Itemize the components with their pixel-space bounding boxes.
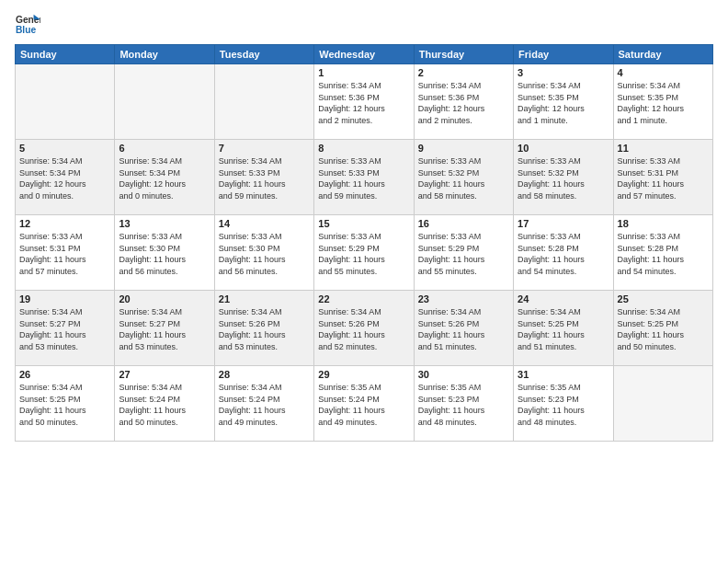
calendar-cell: 23Sunrise: 5:34 AM Sunset: 5:26 PM Dayli…: [414, 291, 513, 366]
week-row-4: 19Sunrise: 5:34 AM Sunset: 5:27 PM Dayli…: [16, 291, 713, 366]
week-row-2: 5Sunrise: 5:34 AM Sunset: 5:34 PM Daylig…: [16, 140, 713, 215]
day-number: 9: [418, 143, 509, 154]
day-number: 16: [418, 218, 509, 229]
day-info: Sunrise: 5:33 AM Sunset: 5:32 PM Dayligh…: [518, 155, 609, 201]
weekday-tuesday: Tuesday: [214, 45, 313, 64]
day-info: Sunrise: 5:35 AM Sunset: 5:23 PM Dayligh…: [418, 382, 509, 428]
calendar-cell: 28Sunrise: 5:34 AM Sunset: 5:24 PM Dayli…: [214, 366, 313, 442]
day-number: 4: [618, 67, 709, 78]
calendar-cell: 8Sunrise: 5:33 AM Sunset: 5:33 PM Daylig…: [314, 140, 414, 215]
day-number: 1: [318, 67, 409, 78]
day-info: Sunrise: 5:33 AM Sunset: 5:31 PM Dayligh…: [618, 155, 709, 201]
weekday-header-row: SundayMondayTuesdayWednesdayThursdayFrid…: [16, 45, 713, 64]
day-number: 30: [418, 369, 509, 380]
weekday-sunday: Sunday: [16, 45, 115, 64]
day-info: Sunrise: 5:34 AM Sunset: 5:34 PM Dayligh…: [19, 155, 110, 201]
day-number: 20: [119, 293, 210, 304]
day-number: 14: [219, 218, 310, 229]
day-info: Sunrise: 5:34 AM Sunset: 5:36 PM Dayligh…: [318, 80, 409, 126]
calendar-page: General Blue SundayMondayTuesdayWednesda…: [0, 0, 728, 563]
week-row-1: 1Sunrise: 5:34 AM Sunset: 5:36 PM Daylig…: [16, 64, 713, 140]
day-number: 29: [318, 369, 409, 380]
weekday-friday: Friday: [514, 45, 613, 64]
day-info: Sunrise: 5:34 AM Sunset: 5:26 PM Dayligh…: [418, 306, 509, 352]
calendar-cell: 12Sunrise: 5:33 AM Sunset: 5:31 PM Dayli…: [16, 215, 115, 291]
day-number: 22: [318, 293, 409, 304]
weekday-monday: Monday: [115, 45, 214, 64]
day-info: Sunrise: 5:34 AM Sunset: 5:27 PM Dayligh…: [19, 306, 110, 352]
day-number: 11: [618, 143, 709, 154]
calendar-cell: 31Sunrise: 5:35 AM Sunset: 5:23 PM Dayli…: [514, 366, 613, 442]
day-info: Sunrise: 5:34 AM Sunset: 5:25 PM Dayligh…: [518, 306, 609, 352]
calendar-cell: [115, 64, 214, 140]
calendar-cell: [16, 64, 115, 140]
day-info: Sunrise: 5:33 AM Sunset: 5:30 PM Dayligh…: [119, 231, 210, 277]
calendar-cell: 24Sunrise: 5:34 AM Sunset: 5:25 PM Dayli…: [514, 291, 613, 366]
calendar-cell: 2Sunrise: 5:34 AM Sunset: 5:36 PM Daylig…: [414, 64, 513, 140]
calendar-cell: 10Sunrise: 5:33 AM Sunset: 5:32 PM Dayli…: [514, 140, 613, 215]
day-info: Sunrise: 5:35 AM Sunset: 5:23 PM Dayligh…: [518, 382, 609, 428]
calendar-cell: 9Sunrise: 5:33 AM Sunset: 5:32 PM Daylig…: [414, 140, 513, 215]
calendar-cell: 13Sunrise: 5:33 AM Sunset: 5:30 PM Dayli…: [115, 215, 214, 291]
day-info: Sunrise: 5:34 AM Sunset: 5:25 PM Dayligh…: [618, 306, 709, 352]
calendar-cell: 14Sunrise: 5:33 AM Sunset: 5:30 PM Dayli…: [214, 215, 313, 291]
calendar-cell: 17Sunrise: 5:33 AM Sunset: 5:28 PM Dayli…: [514, 215, 613, 291]
header: General Blue: [15, 11, 713, 37]
calendar-cell: 26Sunrise: 5:34 AM Sunset: 5:25 PM Dayli…: [16, 366, 115, 442]
calendar-cell: 20Sunrise: 5:34 AM Sunset: 5:27 PM Dayli…: [115, 291, 214, 366]
day-number: 31: [518, 369, 609, 380]
day-info: Sunrise: 5:33 AM Sunset: 5:32 PM Dayligh…: [418, 155, 509, 201]
calendar-table: SundayMondayTuesdayWednesdayThursdayFrid…: [15, 44, 713, 442]
day-number: 21: [219, 293, 310, 304]
day-info: Sunrise: 5:33 AM Sunset: 5:30 PM Dayligh…: [219, 231, 310, 277]
day-info: Sunrise: 5:34 AM Sunset: 5:25 PM Dayligh…: [19, 382, 110, 428]
day-number: 13: [119, 218, 210, 229]
day-info: Sunrise: 5:34 AM Sunset: 5:26 PM Dayligh…: [318, 306, 409, 352]
weekday-thursday: Thursday: [414, 45, 513, 64]
calendar-cell: 29Sunrise: 5:35 AM Sunset: 5:24 PM Dayli…: [314, 366, 414, 442]
calendar-cell: 6Sunrise: 5:34 AM Sunset: 5:34 PM Daylig…: [115, 140, 214, 215]
calendar-cell: 3Sunrise: 5:34 AM Sunset: 5:35 PM Daylig…: [514, 64, 613, 140]
weekday-saturday: Saturday: [613, 45, 712, 64]
calendar-cell: [613, 366, 712, 442]
day-number: 12: [19, 218, 110, 229]
calendar-cell: 16Sunrise: 5:33 AM Sunset: 5:29 PM Dayli…: [414, 215, 513, 291]
day-number: 15: [318, 218, 409, 229]
day-number: 24: [518, 293, 609, 304]
day-info: Sunrise: 5:34 AM Sunset: 5:35 PM Dayligh…: [518, 80, 609, 126]
day-info: Sunrise: 5:33 AM Sunset: 5:29 PM Dayligh…: [418, 231, 509, 277]
day-number: 6: [119, 143, 210, 154]
day-number: 25: [618, 293, 709, 304]
calendar-cell: 15Sunrise: 5:33 AM Sunset: 5:29 PM Dayli…: [314, 215, 414, 291]
day-number: 17: [518, 218, 609, 229]
day-number: 2: [418, 67, 509, 78]
calendar-cell: 19Sunrise: 5:34 AM Sunset: 5:27 PM Dayli…: [16, 291, 115, 366]
day-info: Sunrise: 5:33 AM Sunset: 5:28 PM Dayligh…: [618, 231, 709, 277]
day-info: Sunrise: 5:35 AM Sunset: 5:24 PM Dayligh…: [318, 382, 409, 428]
calendar-cell: 21Sunrise: 5:34 AM Sunset: 5:26 PM Dayli…: [214, 291, 313, 366]
calendar-cell: 27Sunrise: 5:34 AM Sunset: 5:24 PM Dayli…: [115, 366, 214, 442]
day-info: Sunrise: 5:33 AM Sunset: 5:31 PM Dayligh…: [19, 231, 110, 277]
day-number: 26: [19, 369, 110, 380]
svg-text:General: General: [16, 15, 40, 25]
calendar-cell: 11Sunrise: 5:33 AM Sunset: 5:31 PM Dayli…: [613, 140, 712, 215]
calendar-cell: 30Sunrise: 5:35 AM Sunset: 5:23 PM Dayli…: [414, 366, 513, 442]
calendar-cell: 7Sunrise: 5:34 AM Sunset: 5:33 PM Daylig…: [214, 140, 313, 215]
day-number: 19: [19, 293, 110, 304]
calendar-cell: 5Sunrise: 5:34 AM Sunset: 5:34 PM Daylig…: [16, 140, 115, 215]
logo-icon: General Blue: [15, 11, 40, 37]
day-info: Sunrise: 5:34 AM Sunset: 5:24 PM Dayligh…: [219, 382, 310, 428]
day-info: Sunrise: 5:34 AM Sunset: 5:34 PM Dayligh…: [119, 155, 210, 201]
calendar-cell: 18Sunrise: 5:33 AM Sunset: 5:28 PM Dayli…: [613, 215, 712, 291]
calendar-cell: 25Sunrise: 5:34 AM Sunset: 5:25 PM Dayli…: [613, 291, 712, 366]
day-number: 7: [219, 143, 310, 154]
day-info: Sunrise: 5:34 AM Sunset: 5:36 PM Dayligh…: [418, 80, 509, 126]
calendar-cell: 4Sunrise: 5:34 AM Sunset: 5:35 PM Daylig…: [613, 64, 712, 140]
day-number: 3: [518, 67, 609, 78]
week-row-3: 12Sunrise: 5:33 AM Sunset: 5:31 PM Dayli…: [16, 215, 713, 291]
day-info: Sunrise: 5:33 AM Sunset: 5:28 PM Dayligh…: [518, 231, 609, 277]
day-number: 5: [19, 143, 110, 154]
day-info: Sunrise: 5:33 AM Sunset: 5:33 PM Dayligh…: [318, 155, 409, 201]
day-number: 8: [318, 143, 409, 154]
day-info: Sunrise: 5:34 AM Sunset: 5:35 PM Dayligh…: [618, 80, 709, 126]
